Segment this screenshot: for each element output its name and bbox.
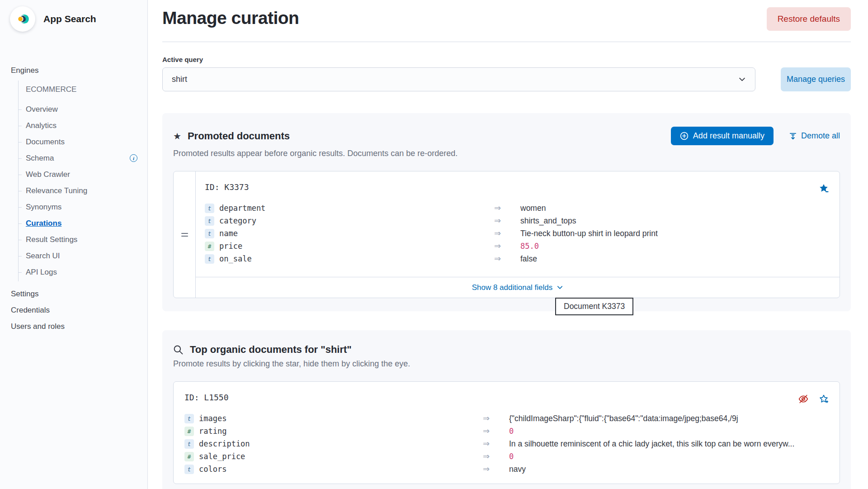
- field-type-badge-icon: t: [205, 254, 214, 264]
- document-field-row: t name ⇒ Tie-neck button-up shirt in leo…: [205, 227, 829, 240]
- sidebar-engine-item[interactable]: Search UI: [19, 248, 147, 264]
- document-field-row: t category ⇒ shirts_and_tops: [205, 214, 829, 227]
- plus-circle-icon: [680, 132, 689, 140]
- sidebar-engine-name[interactable]: ECOMMERCE: [19, 81, 147, 98]
- demote-document-button[interactable]: [819, 183, 829, 193]
- maps-to-arrow-icon: ⇒: [494, 228, 520, 238]
- sidebar-engine-item[interactable]: Relevance Tuning: [19, 183, 147, 199]
- sidebar-item-engines[interactable]: Engines: [11, 63, 147, 78]
- field-name: on_sale: [219, 254, 252, 263]
- field-type-badge-icon: t: [184, 414, 194, 423]
- field-value: women: [520, 204, 829, 213]
- star-minus-icon: [819, 183, 829, 193]
- organic-documents-panel: Top organic documents for "shirt" Promot…: [162, 330, 851, 489]
- sidebar-engine-item[interactable]: Result Settings: [19, 232, 147, 248]
- sidebar-root-item[interactable]: Settings: [11, 286, 147, 302]
- card-footer: Show 8 additional fields: [196, 277, 840, 298]
- app-search-curation-page: App Search Engines ECOMMERCE OverviewAna…: [0, 0, 868, 489]
- sidebar-engine-item[interactable]: Schemai: [19, 150, 147, 166]
- field-value: 85.0: [520, 242, 829, 251]
- document-field-row: t images ⇒ {"childImageSharp":{"fluid":{…: [184, 412, 829, 425]
- document-id: ID: K3373: [205, 182, 829, 192]
- sidebar-engine-item[interactable]: Synonyms: [19, 199, 147, 215]
- promoted-section-subtitle: Promoted results appear before organic r…: [173, 149, 840, 158]
- sidebar-engine-item[interactable]: Curations: [19, 215, 147, 232]
- sidebar-engine-item[interactable]: API Logs: [19, 264, 147, 280]
- field-name: name: [219, 229, 238, 238]
- engine-nav-list: ECOMMERCE OverviewAnalyticsDocumentsSche…: [18, 81, 147, 281]
- document-field-row: t department ⇒ women: [205, 202, 829, 214]
- field-name: colors: [199, 465, 226, 474]
- maps-to-arrow-icon: ⇒: [494, 203, 520, 213]
- document-field-row: # price ⇒ 85.0: [205, 240, 829, 252]
- promoted-section-title: Promoted documents: [188, 130, 290, 142]
- star-filled-icon: ★: [173, 132, 181, 141]
- active-query-row: Active query shirt Manage queries: [162, 56, 851, 91]
- field-value: 0: [509, 427, 829, 436]
- add-result-manually-button[interactable]: Add result manually: [671, 127, 774, 145]
- show-additional-fields-button[interactable]: Show 8 additional fields: [472, 283, 564, 292]
- field-value: 0: [509, 452, 829, 461]
- document-field-list: t images ⇒ {"childImageSharp":{"fluid":{…: [184, 412, 829, 475]
- active-query-label: Active query: [162, 56, 755, 63]
- app-title: App Search: [43, 14, 96, 24]
- field-type-badge-icon: t: [205, 204, 214, 213]
- chevron-down-icon: [738, 76, 746, 83]
- page-header: Manage curation Restore defaults: [162, 0, 851, 31]
- root-nav-list: SettingsCredentialsUsers and roles: [11, 286, 147, 335]
- chevron-down-icon: [557, 284, 563, 291]
- document-field-row: # sale_price ⇒ 0: [184, 450, 829, 463]
- info-icon[interactable]: i: [130, 154, 137, 162]
- demote-icon: [789, 132, 797, 140]
- hide-document-button[interactable]: [798, 394, 809, 404]
- swiftype-logo-icon: [15, 11, 30, 27]
- sidebar-engine-item[interactable]: Analytics: [19, 118, 147, 134]
- sidebar-engine-item[interactable]: Documents: [19, 134, 147, 150]
- organic-section-subtitle: Promote results by clicking the star, hi…: [173, 359, 840, 369]
- maps-to-arrow-icon: ⇒: [483, 439, 509, 449]
- active-query-value: shirt: [172, 75, 187, 84]
- main-content: Manage curation Restore defaults Active …: [148, 0, 868, 489]
- maps-to-arrow-icon: ⇒: [483, 413, 509, 423]
- field-name: images: [199, 414, 226, 423]
- demote-all-button[interactable]: Demote all: [789, 131, 840, 141]
- maps-to-arrow-icon: ⇒: [494, 216, 520, 226]
- manage-queries-button[interactable]: Manage queries: [781, 67, 851, 91]
- field-type-badge-icon: t: [184, 439, 194, 449]
- field-type-badge-icon: #: [184, 427, 194, 436]
- drag-handle[interactable]: [174, 171, 196, 298]
- field-name: description: [199, 439, 250, 448]
- field-value: shirts_and_tops: [520, 216, 829, 226]
- field-type-badge-icon: t: [205, 216, 214, 226]
- field-name: category: [219, 216, 256, 225]
- restore-defaults-button[interactable]: Restore defaults: [767, 7, 851, 31]
- star-plus-icon: [819, 394, 829, 404]
- field-value: In a silhouette reminiscent of a chic la…: [509, 439, 829, 449]
- field-name: department: [219, 204, 265, 213]
- field-value: {"childImageSharp":{"fluid":{"base64":"d…: [509, 414, 829, 423]
- sidebar-nav: Engines ECOMMERCE OverviewAnalyticsDocum…: [0, 63, 147, 335]
- promoted-document-card: ID: K3373 t department ⇒ women t categor…: [173, 171, 840, 298]
- organic-section-title: Top organic documents for "shirt": [190, 344, 352, 356]
- sidebar-engine-item[interactable]: Overview: [19, 101, 147, 118]
- field-type-badge-icon: t: [184, 465, 194, 474]
- document-field-list: t department ⇒ women t category ⇒ shirts…: [205, 202, 829, 265]
- sidebar-engine-item[interactable]: Web Crawler: [19, 166, 147, 183]
- sidebar-root-item[interactable]: Users and roles: [11, 318, 147, 335]
- field-value: Tie-neck button-up shirt in leopard prin…: [520, 229, 829, 238]
- header-divider: [162, 42, 851, 42]
- app-header: App Search: [0, 0, 147, 32]
- maps-to-arrow-icon: ⇒: [483, 451, 509, 461]
- promote-document-button[interactable]: [819, 394, 829, 404]
- document-field-row: t on_sale ⇒ false: [205, 252, 829, 265]
- field-value: false: [520, 254, 829, 264]
- sidebar: App Search Engines ECOMMERCE OverviewAna…: [0, 0, 148, 489]
- drag-announcement-tooltip: Document K3373: [555, 298, 633, 315]
- sidebar-root-item[interactable]: Credentials: [11, 302, 147, 318]
- document-field-row: t description ⇒ In a silhouette reminisc…: [184, 437, 829, 450]
- maps-to-arrow-icon: ⇒: [483, 426, 509, 436]
- organic-document-card: ID: L1550 t images ⇒ {"childImageSharp":…: [173, 381, 840, 484]
- document-field-row: # rating ⇒ 0: [184, 425, 829, 437]
- active-query-select[interactable]: shirt: [162, 67, 755, 91]
- app-search-logo-icon[interactable]: [10, 6, 35, 32]
